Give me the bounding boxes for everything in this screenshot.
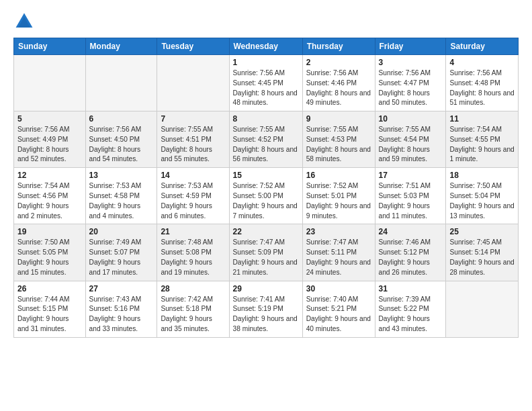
weekday-header-friday: Friday — [375, 38, 446, 55]
day-detail: Sunrise: 7:56 AMSunset: 4:47 PMDaylight:… — [379, 68, 443, 108]
calendar-week-row: 19Sunrise: 7:50 AMSunset: 5:05 PMDayligh… — [14, 224, 519, 281]
calendar-week-row: 26Sunrise: 7:44 AMSunset: 5:15 PMDayligh… — [14, 281, 519, 337]
calendar-week-row: 5Sunrise: 7:56 AMSunset: 4:49 PMDaylight… — [14, 111, 519, 168]
day-number: 27 — [89, 284, 154, 293]
calendar-cell: 27Sunrise: 7:43 AMSunset: 5:16 PMDayligh… — [85, 281, 157, 337]
weekday-header-tuesday: Tuesday — [157, 38, 229, 55]
calendar-cell — [14, 55, 86, 111]
day-detail: Sunrise: 7:52 AMSunset: 5:00 PMDaylight:… — [233, 181, 299, 221]
day-number: 17 — [379, 171, 443, 180]
day-detail: Sunrise: 7:54 AMSunset: 4:55 PMDaylight:… — [449, 125, 515, 165]
weekday-header-wednesday: Wednesday — [229, 38, 302, 55]
day-detail: Sunrise: 7:47 AMSunset: 5:11 PMDaylight:… — [306, 238, 371, 277]
weekday-header-saturday: Saturday — [446, 38, 519, 55]
calendar-cell: 16Sunrise: 7:52 AMSunset: 5:01 PMDayligh… — [302, 168, 375, 224]
calendar-cell: 13Sunrise: 7:53 AMSunset: 4:58 PMDayligh… — [85, 168, 157, 224]
day-detail: Sunrise: 7:47 AMSunset: 5:09 PMDaylight:… — [233, 238, 299, 277]
day-number: 12 — [17, 171, 82, 180]
calendar-cell: 7Sunrise: 7:55 AMSunset: 4:51 PMDaylight… — [157, 111, 229, 168]
day-number: 14 — [161, 171, 225, 180]
day-detail: Sunrise: 7:46 AMSunset: 5:12 PMDaylight:… — [379, 238, 443, 277]
day-number: 19 — [17, 227, 82, 236]
calendar-cell: 9Sunrise: 7:55 AMSunset: 4:53 PMDaylight… — [302, 111, 375, 168]
calendar-cell: 28Sunrise: 7:42 AMSunset: 5:18 PMDayligh… — [157, 281, 229, 337]
calendar-cell: 15Sunrise: 7:52 AMSunset: 5:00 PMDayligh… — [229, 168, 302, 224]
calendar-cell: 1Sunrise: 7:56 AMSunset: 4:45 PMDaylight… — [229, 55, 302, 111]
calendar-cell: 4Sunrise: 7:56 AMSunset: 4:48 PMDaylight… — [446, 55, 519, 111]
day-number: 25 — [449, 227, 515, 236]
calendar-cell: 25Sunrise: 7:45 AMSunset: 5:14 PMDayligh… — [446, 224, 519, 281]
day-number: 4 — [449, 58, 515, 67]
calendar-cell: 8Sunrise: 7:55 AMSunset: 4:52 PMDaylight… — [229, 111, 302, 168]
calendar-cell: 12Sunrise: 7:54 AMSunset: 4:56 PMDayligh… — [14, 168, 86, 224]
calendar-cell: 31Sunrise: 7:39 AMSunset: 5:22 PMDayligh… — [375, 281, 446, 337]
calendar-cell: 17Sunrise: 7:51 AMSunset: 5:03 PMDayligh… — [375, 168, 446, 224]
calendar-cell: 19Sunrise: 7:50 AMSunset: 5:05 PMDayligh… — [14, 224, 86, 281]
logo-icon — [13, 11, 35, 32]
calendar-cell: 20Sunrise: 7:49 AMSunset: 5:07 PMDayligh… — [85, 224, 157, 281]
day-number: 22 — [233, 227, 299, 236]
day-detail: Sunrise: 7:48 AMSunset: 5:08 PMDaylight:… — [161, 238, 225, 277]
day-detail: Sunrise: 7:51 AMSunset: 5:03 PMDaylight:… — [379, 181, 443, 221]
day-detail: Sunrise: 7:41 AMSunset: 5:19 PMDaylight:… — [233, 295, 299, 334]
day-number: 24 — [379, 227, 443, 236]
day-detail: Sunrise: 7:56 AMSunset: 4:45 PMDaylight:… — [233, 68, 299, 108]
calendar-cell: 5Sunrise: 7:56 AMSunset: 4:49 PMDaylight… — [14, 111, 86, 168]
day-number: 30 — [306, 284, 371, 293]
day-detail: Sunrise: 7:54 AMSunset: 4:56 PMDaylight:… — [17, 181, 82, 221]
day-detail: Sunrise: 7:39 AMSunset: 5:22 PMDaylight:… — [379, 295, 443, 334]
weekday-header-row: SundayMondayTuesdayWednesdayThursdayFrid… — [14, 38, 519, 55]
calendar-cell: 30Sunrise: 7:40 AMSunset: 5:21 PMDayligh… — [302, 281, 375, 337]
day-detail: Sunrise: 7:55 AMSunset: 4:51 PMDaylight:… — [161, 125, 225, 165]
weekday-header-thursday: Thursday — [302, 38, 375, 55]
day-detail: Sunrise: 7:45 AMSunset: 5:14 PMDaylight:… — [449, 238, 515, 277]
logo — [13, 11, 38, 32]
calendar-cell — [85, 55, 157, 111]
calendar-cell: 21Sunrise: 7:48 AMSunset: 5:08 PMDayligh… — [157, 224, 229, 281]
calendar-cell: 6Sunrise: 7:56 AMSunset: 4:50 PMDaylight… — [85, 111, 157, 168]
calendar-cell — [157, 55, 229, 111]
day-number: 20 — [89, 227, 154, 236]
day-number: 7 — [161, 114, 225, 124]
day-detail: Sunrise: 7:56 AMSunset: 4:46 PMDaylight:… — [306, 68, 371, 108]
day-detail: Sunrise: 7:52 AMSunset: 5:01 PMDaylight:… — [306, 181, 371, 221]
day-number: 6 — [89, 114, 154, 124]
day-number: 26 — [17, 284, 82, 293]
calendar-cell — [446, 281, 519, 337]
weekday-header-monday: Monday — [85, 38, 157, 55]
calendar-week-row: 1Sunrise: 7:56 AMSunset: 4:45 PMDaylight… — [14, 55, 519, 111]
day-number: 13 — [89, 171, 154, 180]
day-number: 21 — [161, 227, 225, 236]
day-number: 10 — [379, 114, 443, 124]
day-number: 15 — [233, 171, 299, 180]
day-detail: Sunrise: 7:40 AMSunset: 5:21 PMDaylight:… — [306, 295, 371, 334]
calendar-cell: 26Sunrise: 7:44 AMSunset: 5:15 PMDayligh… — [14, 281, 86, 337]
day-detail: Sunrise: 7:42 AMSunset: 5:18 PMDaylight:… — [161, 295, 225, 334]
day-detail: Sunrise: 7:53 AMSunset: 4:58 PMDaylight:… — [89, 181, 154, 221]
header — [13, 11, 519, 32]
day-detail: Sunrise: 7:55 AMSunset: 4:53 PMDaylight:… — [306, 125, 371, 165]
calendar-week-row: 12Sunrise: 7:54 AMSunset: 4:56 PMDayligh… — [14, 168, 519, 224]
calendar-cell: 18Sunrise: 7:50 AMSunset: 5:04 PMDayligh… — [446, 168, 519, 224]
day-number: 23 — [306, 227, 371, 236]
calendar-cell: 3Sunrise: 7:56 AMSunset: 4:47 PMDaylight… — [375, 55, 446, 111]
calendar-cell: 10Sunrise: 7:55 AMSunset: 4:54 PMDayligh… — [375, 111, 446, 168]
weekday-header-sunday: Sunday — [14, 38, 86, 55]
page: SundayMondayTuesdayWednesdayThursdayFrid… — [0, 0, 532, 411]
calendar-cell: 29Sunrise: 7:41 AMSunset: 5:19 PMDayligh… — [229, 281, 302, 337]
day-number: 31 — [379, 284, 443, 293]
day-number: 1 — [233, 58, 299, 67]
day-number: 2 — [306, 58, 371, 67]
day-number: 9 — [306, 114, 371, 124]
day-detail: Sunrise: 7:53 AMSunset: 4:59 PMDaylight:… — [161, 181, 225, 221]
day-detail: Sunrise: 7:44 AMSunset: 5:15 PMDaylight:… — [17, 295, 82, 334]
day-detail: Sunrise: 7:50 AMSunset: 5:05 PMDaylight:… — [17, 238, 82, 277]
day-number: 8 — [233, 114, 299, 124]
calendar-cell: 11Sunrise: 7:54 AMSunset: 4:55 PMDayligh… — [446, 111, 519, 168]
day-detail: Sunrise: 7:56 AMSunset: 4:50 PMDaylight:… — [89, 125, 154, 165]
calendar-cell: 2Sunrise: 7:56 AMSunset: 4:46 PMDaylight… — [302, 55, 375, 111]
day-detail: Sunrise: 7:50 AMSunset: 5:04 PMDaylight:… — [449, 181, 515, 221]
calendar-cell: 22Sunrise: 7:47 AMSunset: 5:09 PMDayligh… — [229, 224, 302, 281]
day-detail: Sunrise: 7:55 AMSunset: 4:54 PMDaylight:… — [379, 125, 443, 165]
calendar-table: SundayMondayTuesdayWednesdayThursdayFrid… — [13, 38, 519, 338]
